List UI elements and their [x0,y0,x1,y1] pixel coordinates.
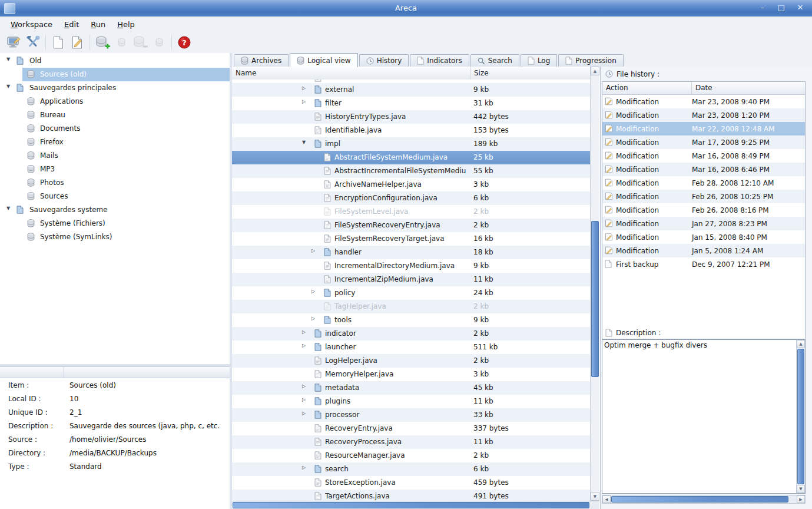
file-row-tools[interactable]: ▷tools9 kb [232,313,590,327]
file-row-indicator[interactable]: ▷indicator2 kb [232,327,590,341]
history-row-10[interactable]: ModificationJan 15, 2008 8:40 PM [602,230,805,244]
tab-archives[interactable]: Archives [234,54,289,67]
file-row-filesystemrecoveryentry-java[interactable]: FileSystemRecoveryEntry.java2 kb [232,219,590,232]
file-row-filesystemrecoverytarget-java[interactable]: FileSystemRecoveryTarget.java16 kb [232,232,590,246]
file-row-impl[interactable]: ▼impl189 kb [232,137,590,151]
scroll-up-button[interactable]: ▲ [591,67,599,75]
maximize-button[interactable]: □ [777,3,786,12]
file-row-filter[interactable]: ▷filter31 kb [232,97,590,110]
toolbar-delete-archives-button[interactable] [131,34,150,51]
tree-item-mails[interactable]: Mails [0,149,230,163]
file-row-loghelper-java[interactable]: LogHelper.java2 kb [232,354,590,368]
tab-indicators[interactable]: Indicators [410,54,469,67]
toolbar-edit-target-button[interactable] [68,34,87,51]
file-row-processor[interactable]: ▷processor33 kb [232,408,590,422]
history-row-6[interactable]: ModificationFeb 28, 2008 12:10 AM [602,176,805,190]
toolbar-recover-button[interactable] [150,34,168,51]
tree-item-photos[interactable]: Photos [0,176,230,190]
file-row-storeexception-java[interactable]: StoreException.java459 bytes [232,476,590,490]
tab-history[interactable]: History [359,54,409,67]
expand-arrow-icon[interactable]: ▼ [5,84,12,89]
tree-item-syst-me-fichiers[interactable]: Système (Fichiers) [0,217,230,230]
toolbar-new-target-button[interactable] [49,34,68,51]
scroll-right-button[interactable]: ▶ [797,495,805,503]
file-table-hscrollbar[interactable] [232,501,599,509]
file-row-recoveryprocess-java[interactable]: RecoveryProcess.java11 kb [232,435,590,449]
history-row-8[interactable]: ModificationFeb 26, 2008 8:16 PM [602,203,805,217]
hscroll-thumb[interactable] [233,502,589,508]
expand-arrow-icon[interactable]: ▷ [300,384,307,389]
column-header-action[interactable]: Action [602,82,692,94]
description-vscrollbar[interactable]: ▲▼ [796,340,805,493]
expand-arrow-icon[interactable]: ▷ [300,411,307,416]
expand-arrow-icon[interactable]: ▷ [310,248,317,253]
menu-edit[interactable]: Edit [58,18,85,31]
minimize-button[interactable]: – [758,3,767,12]
toolbar-merge-archives-button[interactable] [112,34,131,51]
expand-arrow-icon[interactable]: ▼ [5,206,12,211]
expand-arrow-icon[interactable]: ▷ [300,85,307,91]
file-table-vscrollbar[interactable]: ▲▼ [590,67,599,501]
history-row-3[interactable]: ModificationMar 17, 2008 9:25 PM [602,135,805,149]
file-row-memoryhelper-java[interactable]: MemoryHelper.java3 kb [232,368,590,381]
file-row-abstractfilesystemmedium-java[interactable]: AbstractFileSystemMedium.java25 kb [232,151,590,164]
expand-arrow-icon[interactable]: ▼ [5,57,12,62]
vscroll-thumb[interactable] [797,349,804,484]
file-row-targetactions-java[interactable]: TargetActions.java491 bytes [232,490,590,501]
file-row-abstractincrementalfilesystemmediu[interactable]: AbstractIncrementalFileSystemMediu55 kb [232,164,590,178]
expand-arrow-icon[interactable]: ▷ [300,329,307,335]
file-row-encryptionconfiguration-java[interactable]: EncryptionConfiguration.java6 kb [232,191,590,205]
expand-arrow-icon[interactable]: ▷ [300,99,307,104]
history-row-5[interactable]: ModificationMar 16, 2008 6:46 PM [602,163,805,176]
file-row-filesystemlevel-java[interactable]: FileSystemLevel.java2 kb [232,205,590,219]
tree-item-sources[interactable]: Sources [0,190,230,203]
file-row-external[interactable]: ▷external9 kb [232,83,590,97]
history-row-0[interactable]: ModificationMar 23, 2008 9:40 PM [602,95,805,108]
tree-item-old[interactable]: ▼Old [0,54,230,68]
tree-item-syst-me-symlinks[interactable]: Système (SymLinks) [0,230,230,244]
expand-arrow-icon[interactable]: ▷ [300,343,307,348]
toolbar-workspace-settings-button[interactable] [24,34,42,51]
column-header-name[interactable]: Name [232,67,470,80]
history-row-2[interactable]: ModificationMar 22, 2008 12:48 AM [602,122,805,135]
file-row-search[interactable]: ▷search6 kb [232,462,590,476]
toolbar-open-workspace-button[interactable] [5,34,24,51]
scroll-down-button[interactable]: ▼ [591,492,599,501]
file-row-incrementalzipmedium-java[interactable]: IncrementalZipMedium.java11 kb [232,273,590,286]
menu-run[interactable]: Run [85,18,111,31]
tab-search[interactable]: Search [470,54,519,67]
close-button[interactable]: ✕ [796,3,805,12]
scroll-up-button[interactable]: ▲ [797,340,805,348]
vscroll-thumb[interactable] [591,221,599,377]
history-row-1[interactable]: ModificationMar 23, 2008 1:20 PM [602,108,805,122]
tree-item-mp3[interactable]: MP3 [0,163,230,176]
column-header-size[interactable]: Size [470,67,590,80]
history-row-4[interactable]: ModificationMar 16, 2008 8:49 PM [602,149,805,163]
menu-help[interactable]: Help [111,18,141,31]
description-textarea[interactable]: Optim merge + bugfix divers ▲▼ [602,339,806,494]
file-row-recoveryentry-java[interactable]: RecoveryEntry.java337 bytes [232,422,590,435]
file-row-handler[interactable]: ▷handler18 kb [232,246,590,259]
tree-item-applications[interactable]: Applications [0,95,230,108]
history-row-12[interactable]: First backupDec 9, 2007 12:21 PM [602,257,805,271]
file-row-metadata[interactable]: ▷metadata45 kb [232,381,590,395]
expand-arrow-icon[interactable]: ▷ [310,316,317,321]
expand-arrow-icon[interactable]: ▷ [300,465,307,470]
expand-arrow-icon[interactable]: ▷ [310,289,317,294]
file-row-identifiable-java[interactable]: Identifiable.java153 bytes [232,124,590,137]
file-row-resourcemanager-java[interactable]: ResourceManager.java2 kb [232,449,590,462]
file-row-taghelper-java[interactable]: TagHelper.java2 kb [232,300,590,313]
tab-progression[interactable]: Progression [558,54,624,67]
history-row-11[interactable]: ModificationJan 5, 2008 1:24 AM [602,244,805,257]
file-row-policy[interactable]: ▷policy24 kb [232,286,590,300]
tree-item-firefox[interactable]: Firefox [0,135,230,149]
scroll-down-button[interactable]: ▼ [797,485,805,493]
history-row-9[interactable]: ModificationJan 27, 2008 8:23 PM [602,217,805,230]
tree-item-bureau[interactable]: Bureau [0,108,230,122]
sidebar-hscrollbar[interactable]: ◀▶ [602,495,806,504]
expand-arrow-icon[interactable]: ▷ [300,397,307,402]
file-row-historyentrytypes-java[interactable]: HistoryEntryTypes.java442 bytes [232,110,590,124]
column-header-date[interactable]: Date [692,82,805,94]
toolbar-help-button[interactable]: ? [175,34,194,51]
history-row-7[interactable]: ModificationFeb 26, 2008 10:25 PM [602,190,805,203]
